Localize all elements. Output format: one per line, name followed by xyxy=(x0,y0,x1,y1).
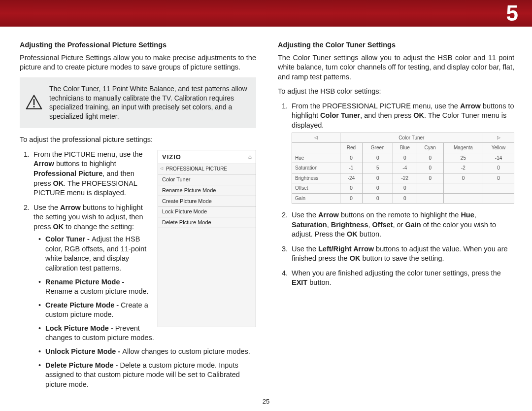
ct-cell: 0 xyxy=(340,183,363,194)
right-heading: Adjusting the Color Tuner Settings xyxy=(278,40,514,50)
ct-cell: -1 xyxy=(340,163,363,173)
ct-col: Yellow xyxy=(483,143,514,153)
bt: Unlock Picture Mode - xyxy=(45,347,122,355)
kw-arrow: Arrow xyxy=(460,102,481,110)
ct-cell: 0 xyxy=(363,183,393,194)
menu-item: Lock Picture Mode xyxy=(158,206,256,217)
left-step-1: VIZIO ⌂ PROFESSIONAL PICTURE Color Tuner… xyxy=(32,150,256,198)
menu-item: Color Tuner xyxy=(158,174,256,185)
left-steps: VIZIO ⌂ PROFESSIONAL PICTURE Color Tuner… xyxy=(20,150,256,389)
kw: OK xyxy=(347,230,358,238)
chapter-header: 5 xyxy=(0,0,532,27)
t: Use the xyxy=(33,204,60,211)
kw: Offset xyxy=(372,221,393,229)
kw-arrow: Arrow xyxy=(33,160,54,168)
ct-row-label: Offset xyxy=(292,183,340,194)
ct-col: Cyan xyxy=(417,143,443,153)
t: Use the xyxy=(292,245,318,253)
bullet: Unlock Picture Mode - Allow changes to c… xyxy=(38,347,256,357)
ct-cell: 0 xyxy=(393,153,417,163)
bt: Delete Picture Mode - xyxy=(45,361,120,369)
ct-cell: 0 xyxy=(393,183,417,194)
ct-cell: 0 xyxy=(393,193,417,204)
ct-cell xyxy=(443,183,483,194)
ct-cell: 0 xyxy=(363,153,393,163)
left-bullets: Color Tuner - Adjust the HSB color, RGB … xyxy=(33,235,256,389)
kw: Brightness xyxy=(331,221,368,229)
ct-cell: 0 xyxy=(363,193,393,204)
t: button. xyxy=(358,230,381,238)
kw-ct: Color Tuner xyxy=(320,111,360,119)
ct-cell xyxy=(483,183,514,194)
bd: Rename a custom picture mode. xyxy=(45,287,149,295)
ct-cell: 0 xyxy=(483,163,514,173)
page-number: 25 xyxy=(0,398,532,405)
ct-cell: -14 xyxy=(483,153,514,163)
color-tuner-table: ◁ Color Tuner ▷ Red Green Blue Cyan Mage… xyxy=(292,133,514,204)
bt: Color Tuner - xyxy=(45,235,92,243)
ct-cell: 0 xyxy=(417,163,443,173)
ct-row-label: Hue xyxy=(292,153,340,163)
ct-cell: -2 xyxy=(443,163,483,173)
ct-cell: 25 xyxy=(443,153,483,163)
warning-icon xyxy=(26,94,42,111)
ct-col: Green xyxy=(363,143,393,153)
right-lead: To adjust the HSB color settings: xyxy=(278,87,514,97)
menu-item: Delete Picture Mode xyxy=(158,217,256,228)
ct-cell xyxy=(443,193,483,204)
left-intro: Professional Picture Settings allow you … xyxy=(20,53,256,72)
kw: Hue xyxy=(461,211,474,219)
right-step-1: From the PROFESSIONAL PICTURE menu, use … xyxy=(290,102,514,204)
kw-arrow: Arrow xyxy=(60,204,81,211)
t: From the PICTURE menu, use the xyxy=(33,150,143,158)
left-heading: Adjusting the Professional Picture Setti… xyxy=(20,40,256,50)
t: button to save the setting. xyxy=(360,254,444,262)
kw: Saturation xyxy=(292,221,327,229)
kw-profpic: Professional Picture xyxy=(33,170,102,177)
ct-cell xyxy=(417,193,443,204)
t: When you are finished adjusting the colo… xyxy=(292,269,501,277)
t: , and then press xyxy=(360,111,413,119)
svg-point-2 xyxy=(33,106,34,107)
bullet: Lock Picture Mode - Prevent changes to c… xyxy=(38,324,256,343)
bt: Rename Picture Mode - xyxy=(45,278,124,286)
menu-brand: VIZIO xyxy=(162,153,181,162)
menu-item: Rename Picture Mode xyxy=(158,185,256,196)
t: to change the setting: xyxy=(64,223,134,231)
t: button. xyxy=(307,278,331,286)
home-icon: ⌂ xyxy=(248,153,252,161)
right-steps: From the PROFESSIONAL PICTURE menu, use … xyxy=(278,102,514,288)
ct-cell: 0 xyxy=(340,193,363,204)
t: From the PROFESSIONAL PICTURE menu, use … xyxy=(292,102,460,110)
ct-col: Red xyxy=(340,143,363,153)
ct-cell: -24 xyxy=(340,173,363,183)
right-column: Adjusting the Color Tuner Settings The C… xyxy=(278,40,514,394)
ct-cell: 0 xyxy=(363,173,393,183)
ct-arrow-right-icon: ▷ xyxy=(483,133,514,143)
chapter-number: 5 xyxy=(506,1,518,26)
ct-cell: 0 xyxy=(340,153,363,163)
kw-ok: OK xyxy=(413,111,424,119)
menu-item: Create Picture Mode xyxy=(158,196,256,207)
right-step-2: Use the Arrow buttons on the remote to h… xyxy=(290,210,514,240)
menu-crumb: PROFESSIONAL PICTURE xyxy=(158,164,256,174)
callout-text: The Color Tuner, 11 Point White Balance,… xyxy=(49,84,249,122)
t: Use the xyxy=(292,211,318,219)
ct-cell: -4 xyxy=(393,163,417,173)
kw: Gain xyxy=(405,221,421,229)
bullet: Rename Picture Mode - Rename a custom pi… xyxy=(38,277,256,297)
kw-ok: OK xyxy=(53,179,64,187)
ct-row-label: Brightness xyxy=(292,173,340,183)
ct-title: Color Tuner xyxy=(340,133,483,143)
bullet: Create Picture Mode - Create a custom pi… xyxy=(38,301,256,320)
ct-cell: 0 xyxy=(417,173,443,183)
right-intro: The Color Tuner settings allow you to ad… xyxy=(278,53,514,82)
right-step-3: Use the Left/Right Arrow buttons to adju… xyxy=(290,244,514,264)
ct-cell: 0 xyxy=(417,153,443,163)
ct-arrow-left-icon: ◁ xyxy=(292,133,340,143)
ct-row-label: Saturation xyxy=(292,163,340,173)
ct-cell: 0 xyxy=(483,173,514,183)
warning-callout: The Color Tuner, 11 Point White Balance,… xyxy=(20,77,256,129)
ct-col: Magenta xyxy=(443,143,483,153)
ct-cell: 5 xyxy=(363,163,393,173)
